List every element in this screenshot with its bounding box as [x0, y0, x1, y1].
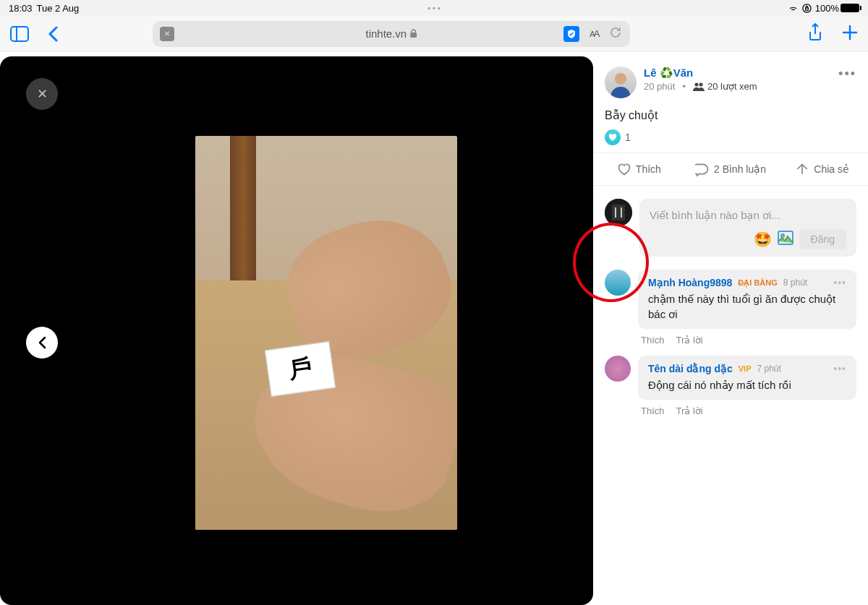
comment-menu-button[interactable]: ••• [833, 277, 846, 288]
privacy-shield-icon[interactable] [563, 26, 579, 42]
share-post-button[interactable]: Chia sẻ [776, 153, 868, 185]
comment-time: 7 phút [757, 364, 781, 374]
comment-text: Động cái nó nhảy mất tích rồi [648, 377, 846, 392]
view-count: 20 lượt xem [707, 81, 757, 92]
svg-rect-11 [612, 205, 625, 220]
share-button[interactable] [807, 23, 823, 45]
user-badge: VIP [739, 364, 752, 374]
close-tab-icon[interactable]: ✕ [160, 27, 174, 41]
status-date: Tue 2 Aug [37, 3, 80, 14]
like-button[interactable]: Thích [593, 153, 685, 185]
comment-placeholder: Viết bình luận nào bạn ơi... [650, 209, 846, 222]
lock-icon [409, 29, 417, 38]
address-bar[interactable]: ✕ tinhte.vn AA [153, 21, 630, 47]
people-icon [693, 82, 705, 91]
commenter-avatar[interactable] [605, 356, 631, 382]
post-menu-button[interactable]: ••• [838, 66, 856, 82]
comment-like-button[interactable]: Thích [641, 335, 665, 346]
reaction-count: 1 [625, 132, 631, 143]
comment-item: Mạnh Hoàng9898 ĐẠI BÀNG 8 phút ••• chậm … [605, 270, 856, 348]
svg-point-7 [615, 73, 626, 85]
back-button[interactable] [48, 26, 58, 42]
share-icon [795, 162, 809, 176]
close-media-button[interactable]: ✕ [26, 78, 58, 110]
comment-reply-button[interactable]: Trả lời [676, 406, 703, 416]
post-title: Bẫy chuột [605, 108, 856, 122]
post-sidebar: Lê ♻️Văn 20 phút • 20 lượt xem ••• Bẫy c… [593, 52, 868, 605]
my-avatar[interactable] [605, 199, 632, 226]
home-indicator[interactable] [333, 597, 535, 601]
svg-rect-13 [621, 207, 622, 218]
previous-media-button[interactable] [26, 327, 58, 359]
svg-point-9 [699, 82, 702, 86]
url-text: tinhte.vn [365, 27, 407, 40]
user-badge: ĐẠI BÀNG [738, 278, 777, 288]
reload-button[interactable] [608, 25, 623, 43]
author-name[interactable]: Lê ♻️Văn [644, 66, 757, 80]
comment-menu-button[interactable]: ••• [833, 363, 846, 374]
rotation-lock-icon [801, 3, 812, 14]
svg-rect-2 [11, 27, 28, 41]
battery-percent: 100% [815, 3, 839, 14]
reactions-bar[interactable]: 1 [605, 129, 856, 145]
commenter-name[interactable]: Mạnh Hoàng9898 [648, 277, 732, 288]
text-size-button[interactable]: AA [590, 28, 598, 39]
author-avatar[interactable] [605, 66, 637, 98]
heart-icon [617, 162, 631, 176]
comment-button[interactable]: 2 Bình luận [685, 153, 777, 185]
svg-rect-4 [410, 33, 417, 38]
comment-time: 8 phút [783, 278, 807, 288]
image-button[interactable] [778, 231, 793, 249]
new-tab-button[interactable] [842, 25, 858, 43]
comment-like-button[interactable]: Thích [641, 406, 665, 416]
multitasking-indicator: • • • [427, 4, 441, 12]
sidebar-toggle-button[interactable] [10, 26, 29, 42]
post-time: 20 phút [644, 81, 675, 92]
heart-reaction-icon [605, 129, 621, 145]
commenter-avatar[interactable] [605, 270, 631, 296]
comment-input[interactable]: Viết bình luận nào bạn ơi... 🤩 Đăng [639, 199, 856, 257]
video-content[interactable]: 戶 [195, 136, 457, 530]
comment-reply-button[interactable]: Trả lời [676, 335, 703, 346]
comment-text: chậm thế này thì tuổi gì ăn được chuột b… [648, 291, 846, 322]
submit-comment-button[interactable]: Đăng [799, 229, 846, 249]
svg-rect-1 [805, 7, 808, 9]
comment-icon [695, 162, 710, 176]
comment-item: Tên dài dằng dặc VIP 7 phút ••• Động cái… [605, 356, 856, 419]
emoji-button[interactable]: 🤩 [754, 231, 772, 248]
status-time: 18:03 [9, 3, 33, 14]
svg-point-15 [781, 234, 784, 237]
status-bar: 18:03 Tue 2 Aug • • • 100% [0, 0, 868, 16]
browser-toolbar: ✕ tinhte.vn AA [0, 16, 868, 52]
wifi-icon [788, 3, 799, 14]
svg-rect-12 [615, 207, 616, 218]
battery-icon [841, 4, 859, 12]
media-viewer: ✕ 戶 [0, 52, 593, 605]
svg-point-8 [694, 82, 698, 86]
commenter-name[interactable]: Tên dài dằng dặc [648, 363, 733, 374]
